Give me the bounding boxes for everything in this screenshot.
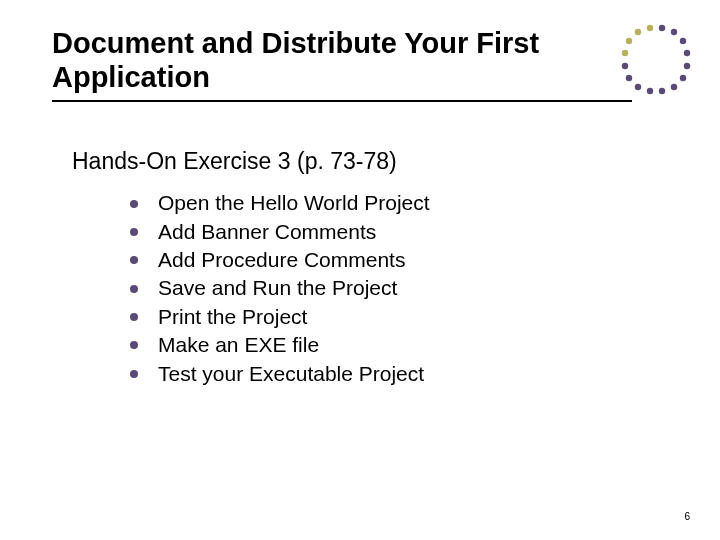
- bullet-icon: [130, 370, 138, 378]
- slide-subtitle: Hands-On Exercise 3 (p. 73-78): [72, 148, 668, 175]
- list-item: Add Banner Comments: [130, 218, 668, 246]
- svg-point-4: [684, 63, 690, 69]
- svg-point-7: [659, 88, 665, 94]
- svg-point-0: [659, 25, 665, 31]
- list-item: Open the Hello World Project: [130, 189, 668, 217]
- bullet-icon: [130, 228, 138, 236]
- list-item: Print the Project: [130, 303, 668, 331]
- title-block: Document and Distribute Your First Appli…: [52, 26, 632, 102]
- bullet-icon: [130, 313, 138, 321]
- list-item-label: Print the Project: [158, 303, 307, 331]
- list-item: Add Procedure Comments: [130, 246, 668, 274]
- svg-point-2: [680, 38, 686, 44]
- list-item-label: Save and Run the Project: [158, 274, 397, 302]
- bullet-icon: [130, 200, 138, 208]
- page-number: 6: [684, 511, 690, 522]
- bullet-icon: [130, 256, 138, 264]
- list-item-label: Make an EXE file: [158, 331, 319, 359]
- bullet-icon: [130, 341, 138, 349]
- slide: Document and Distribute Your First Appli…: [0, 0, 720, 540]
- list-item: Make an EXE file: [130, 331, 668, 359]
- svg-point-15: [647, 25, 653, 31]
- svg-point-6: [671, 84, 677, 90]
- svg-point-9: [635, 84, 641, 90]
- bullet-list: Open the Hello World Project Add Banner …: [130, 189, 668, 387]
- list-item: Save and Run the Project: [130, 274, 668, 302]
- list-item-label: Add Procedure Comments: [158, 246, 405, 274]
- list-item: Test your Executable Project: [130, 360, 668, 388]
- svg-point-1: [671, 29, 677, 35]
- bullet-icon: [130, 285, 138, 293]
- list-item-label: Open the Hello World Project: [158, 189, 430, 217]
- list-item-label: Add Banner Comments: [158, 218, 376, 246]
- svg-point-8: [647, 88, 653, 94]
- slide-title: Document and Distribute Your First Appli…: [52, 26, 632, 94]
- svg-point-14: [635, 29, 641, 35]
- list-item-label: Test your Executable Project: [158, 360, 424, 388]
- svg-point-3: [684, 50, 690, 56]
- svg-point-5: [680, 75, 686, 81]
